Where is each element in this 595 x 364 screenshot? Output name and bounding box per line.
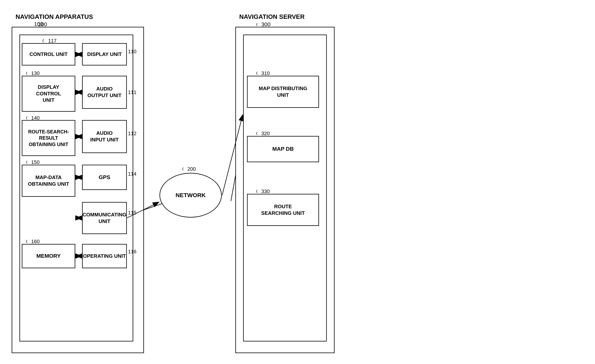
map-distributing-unit-label: MAP DISTRIBUTINGUNIT bbox=[259, 85, 307, 98]
operating-unit-number: 116 bbox=[128, 249, 136, 255]
control-unit-box: CONTROL UNIT bbox=[22, 43, 75, 65]
gps-box: GPS bbox=[82, 165, 127, 190]
navigation-apparatus-label: NAVIGATION APPARATUS bbox=[15, 13, 93, 21]
communicating-unit-box: COMMUNICATINGUNIT bbox=[82, 202, 127, 234]
route-searching-unit-box: ROUTESEARCHING UNIT bbox=[247, 194, 319, 226]
display-control-unit-label: DISPLAYCONTROLUNIT bbox=[36, 84, 61, 103]
map-data-obtaining-box: MAP-DATAOBTAINING UNIT bbox=[22, 165, 75, 197]
route-search-unit-label: ROUTE-SEARCH-RESULTOBTAINING UNIT bbox=[28, 129, 69, 148]
route-searching-unit-label: ROUTESEARCHING UNIT bbox=[261, 203, 305, 217]
map-distributing-unit-box: MAP DISTRIBUTINGUNIT bbox=[247, 76, 319, 108]
dcu-number-label: 130 bbox=[25, 70, 40, 76]
audio-output-number: 111 bbox=[128, 89, 136, 95]
audio-output-unit-label: AUDIOOUTPUT UNIT bbox=[87, 86, 121, 99]
display-unit-number: 110 bbox=[128, 48, 136, 55]
display-unit-box: DISPLAY UNIT bbox=[82, 43, 127, 65]
operating-unit-box: OPERATING UNIT bbox=[82, 244, 127, 268]
display-control-unit-box: DISPLAYCONTROLUNIT bbox=[22, 76, 75, 112]
network-ellipse: NETWORK bbox=[160, 173, 222, 218]
navigation-server-label: NAVIGATION SERVER bbox=[239, 13, 305, 21]
mdu-number-label: 310 bbox=[255, 70, 270, 76]
network-number-label: 200 bbox=[181, 166, 196, 172]
display-unit-label: DISPLAY UNIT bbox=[87, 51, 122, 58]
map-db-box: MAP DB bbox=[247, 136, 319, 162]
audio-input-unit-box: AUDIOINPUT UNIT bbox=[82, 120, 127, 153]
mdou-number-label: 150 bbox=[25, 159, 40, 165]
communicating-unit-label: COMMUNICATINGUNIT bbox=[83, 212, 127, 225]
gps-label: GPS bbox=[99, 174, 110, 181]
audio-input-number: 112 bbox=[128, 130, 136, 137]
communicating-unit-number: 115 bbox=[128, 210, 136, 216]
network-label: NETWORK bbox=[176, 192, 206, 199]
audio-input-unit-label: AUDIOINPUT UNIT bbox=[90, 130, 119, 143]
gps-number: 114 bbox=[128, 171, 136, 177]
control-unit-label: CONTROL UNIT bbox=[29, 51, 68, 58]
memory-box: MEMORY bbox=[22, 244, 75, 268]
map-db-label: MAP DB bbox=[272, 145, 294, 152]
mapdb-number-label: 320 bbox=[255, 130, 270, 137]
rsu-number-label: 330 bbox=[255, 188, 270, 194]
memory-number-label: 160 bbox=[25, 239, 40, 245]
map-data-obtaining-label: MAP-DATAOBTAINING UNIT bbox=[28, 174, 69, 187]
diagram: NAVIGATION APPARATUS 100 100 117 CONTROL… bbox=[0, 0, 595, 364]
operating-unit-label: OPERATING UNIT bbox=[83, 253, 126, 260]
route-search-unit-box: ROUTE-SEARCH-RESULTOBTAINING UNIT bbox=[22, 120, 75, 156]
memory-label: MEMORY bbox=[36, 253, 61, 260]
audio-output-unit-box: AUDIOOUTPUT UNIT bbox=[82, 76, 127, 109]
